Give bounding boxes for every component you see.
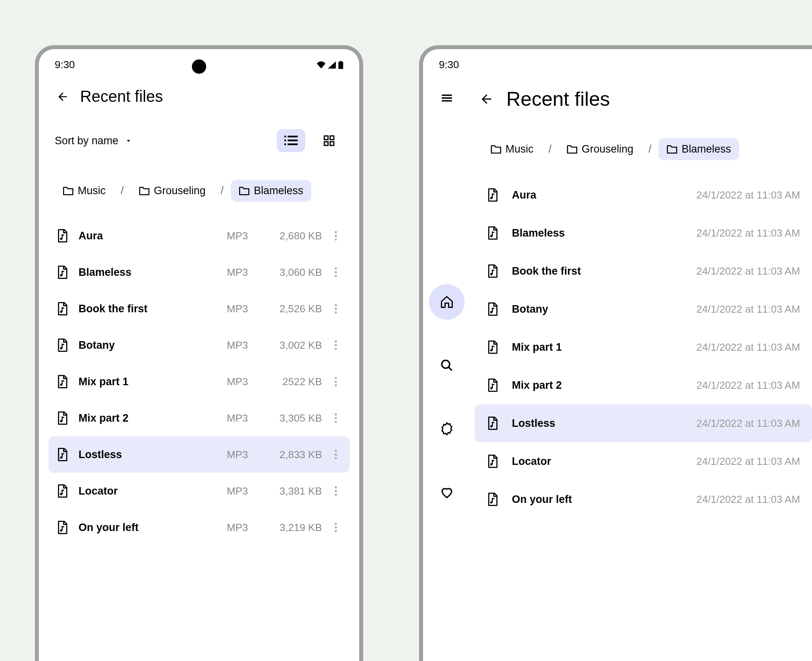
audio-file-icon [486,302,499,316]
nav-home[interactable] [429,284,465,320]
file-date: 24/1/2022 at 11:03 AM [696,455,800,468]
file-more-button[interactable] [330,376,342,387]
file-row[interactable]: Mix part 124/1/2022 at 11:03 AM [475,328,812,366]
file-type-icon [56,374,71,389]
nav-rail [423,76,471,660]
svg-point-42 [335,490,337,492]
file-type: MP3 [227,303,259,315]
file-row[interactable]: Mix part 224/1/2022 at 11:03 AM [475,366,812,404]
file-size: 2522 KB [266,376,322,388]
grid-view-button[interactable] [315,129,343,152]
svg-rect-8 [324,136,328,139]
svg-point-29 [335,377,337,379]
svg-point-45 [335,523,337,525]
svg-rect-5 [288,139,298,141]
file-more-button[interactable] [330,230,342,241]
folder-icon [63,186,74,196]
svg-point-47 [335,530,337,532]
file-more-button[interactable] [330,485,342,497]
breadcrumb-item[interactable]: Grouseling [559,138,642,160]
list-icon [284,135,298,146]
file-row[interactable]: Book the first24/1/2022 at 11:03 AM [475,252,812,290]
file-type-icon [56,411,71,425]
svg-point-15 [335,239,337,241]
file-type-icon [486,188,501,202]
file-row[interactable]: AuraMP32,680 KB [48,218,350,254]
svg-point-19 [335,275,337,277]
svg-rect-11 [330,142,334,145]
file-date: 24/1/2022 at 11:03 AM [696,379,800,392]
folder-icon [239,186,250,196]
breadcrumb-item[interactable]: Blameless [659,138,739,160]
audio-file-icon [486,378,499,392]
file-date: 24/1/2022 at 11:03 AM [696,265,800,277]
file-name: Lostless [79,449,219,461]
file-name: Mix part 2 [512,379,685,392]
file-row[interactable]: Book the firstMP32,526 KB [48,290,350,327]
svg-point-25 [335,340,337,342]
breadcrumb-item[interactable]: Grouseling [131,180,214,202]
file-row[interactable]: Locator24/1/2022 at 11:03 AM [475,442,812,480]
svg-point-37 [335,450,337,452]
status-time: 9:30 [439,59,459,71]
file-row[interactable]: Aura24/1/2022 at 11:03 AM [475,176,812,214]
file-row[interactable]: Botany24/1/2022 at 11:03 AM [475,290,812,328]
file-more-button[interactable] [330,303,342,314]
file-row[interactable]: BlamelessMP33,060 KB [48,254,350,290]
svg-point-18 [335,271,337,273]
svg-point-41 [335,486,337,488]
file-date: 24/1/2022 at 11:03 AM [696,227,800,239]
file-more-button[interactable] [330,449,342,460]
svg-point-33 [335,413,337,415]
file-name: Aura [79,230,219,242]
breadcrumb-item[interactable]: Music [483,138,542,160]
nav-favorites[interactable] [429,474,465,510]
breadcrumb-separator: / [546,143,555,155]
file-row[interactable]: Mix part 1MP32522 KB [48,363,350,400]
breadcrumb-item[interactable]: Music [55,180,114,202]
file-more-button[interactable] [330,340,342,351]
file-more-button[interactable] [330,267,342,278]
back-button[interactable] [55,89,71,105]
folder-icon [666,145,678,154]
page-title: Recent files [80,88,163,105]
file-row[interactable]: On your leftMP33,219 KB [48,509,350,546]
file-size: 2,680 KB [266,230,322,242]
file-more-button[interactable] [330,522,342,533]
svg-point-26 [335,344,337,346]
menu-button[interactable] [439,90,455,106]
nav-search[interactable] [429,348,465,383]
sort-dropdown[interactable]: Sort by name [55,135,133,147]
file-name: Lostless [512,417,685,430]
svg-point-48 [442,360,450,368]
nav-verified[interactable] [429,411,465,447]
file-row[interactable]: LostlessMP32,833 KB [48,436,350,473]
audio-file-icon [56,447,69,462]
file-row[interactable]: LocatorMP33,381 KB [48,473,350,509]
audio-file-icon [56,229,69,243]
list-view-button[interactable] [277,129,305,152]
status-bar: 9:30 [423,49,812,76]
sort-label: Sort by name [55,135,119,147]
file-row[interactable]: BotanyMP33,002 KB [48,327,350,363]
back-button[interactable] [479,91,494,107]
file-date: 24/1/2022 at 11:03 AM [696,303,800,315]
file-row[interactable]: Lostless24/1/2022 at 11:03 AM [475,404,812,442]
folder-icon [139,186,150,196]
file-row[interactable]: Blameless24/1/2022 at 11:03 AM [475,214,812,252]
breadcrumb-separator: / [118,185,127,197]
svg-point-23 [335,311,337,313]
hamburger-icon [440,91,454,105]
file-row[interactable]: Mix part 2MP33,305 KB [48,400,350,436]
breadcrumb-label: Blameless [254,185,303,197]
file-size: 3,219 KB [266,522,322,534]
breadcrumb-label: Music [78,185,106,197]
file-row[interactable]: On your left24/1/2022 at 11:03 AM [475,480,812,518]
grid-icon [323,134,335,147]
more-vertical-icon [334,230,337,241]
audio-file-icon [56,520,69,535]
file-more-button[interactable] [330,413,342,424]
file-type-icon [56,484,71,498]
file-type-icon [486,416,501,430]
breadcrumb-item[interactable]: Blameless [231,180,311,202]
